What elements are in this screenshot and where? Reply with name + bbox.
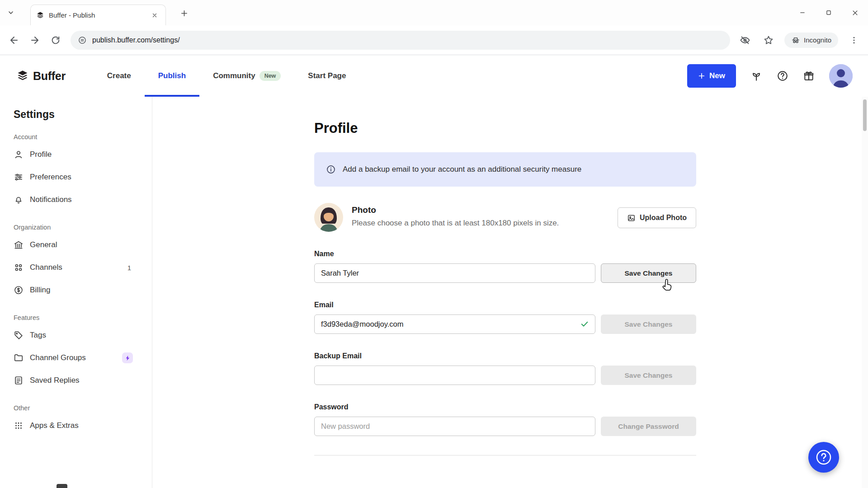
sliders-icon bbox=[14, 172, 24, 182]
site-info-icon[interactable] bbox=[78, 36, 87, 45]
tab-close-button[interactable] bbox=[149, 10, 160, 21]
page-scrollbar[interactable] bbox=[862, 97, 868, 488]
buffer-logo-icon bbox=[16, 70, 29, 82]
sidebar-item-saved-replies[interactable]: Saved Replies bbox=[14, 369, 141, 392]
main-nav: Create Publish Community New Start Page bbox=[94, 55, 360, 97]
question-icon bbox=[815, 448, 833, 466]
sidebar-item-notifications[interactable]: Notifications bbox=[14, 188, 141, 211]
address-bar[interactable]: publish.buffer.com/settings/ bbox=[71, 31, 730, 50]
help-fab-button[interactable] bbox=[808, 442, 839, 473]
sidebar-item-profile[interactable]: Profile bbox=[14, 143, 141, 166]
email-field-row: Save Changes bbox=[314, 314, 696, 334]
backup-email-input[interactable] bbox=[314, 366, 595, 385]
bolt-badge bbox=[122, 352, 133, 363]
section-label-account: Account bbox=[14, 133, 141, 141]
new-post-button[interactable]: New bbox=[687, 64, 736, 88]
url-text: publish.buffer.com/settings/ bbox=[92, 36, 180, 44]
upload-photo-button-label: Upload Photo bbox=[640, 214, 687, 222]
sidebar-item-label: Preferences bbox=[30, 173, 71, 182]
sidebar-item-label: Billing bbox=[30, 286, 50, 295]
sidebar-item-label: General bbox=[30, 240, 57, 249]
page-title: Profile bbox=[314, 120, 696, 136]
tag-icon bbox=[14, 330, 24, 340]
gift-icon[interactable] bbox=[803, 70, 815, 82]
sidebar-item-label: Apps & Extras bbox=[30, 421, 79, 430]
section-label-organization: Organization bbox=[14, 224, 141, 231]
growth-plant-icon[interactable] bbox=[750, 70, 762, 82]
save-backup-email-button[interactable]: Save Changes bbox=[601, 366, 696, 385]
backup-email-banner: Add a backup email to your account as an… bbox=[314, 152, 696, 187]
sidebar-item-label: Profile bbox=[30, 150, 52, 159]
window-maximize-button[interactable] bbox=[816, 0, 842, 25]
photo-section: Photo Please choose a photo that is at l… bbox=[314, 203, 696, 232]
browser-toolbar: publish.buffer.com/settings/ Incognito bbox=[0, 25, 868, 55]
folder-icon bbox=[14, 353, 24, 363]
chevron-down-icon bbox=[7, 9, 14, 16]
back-button[interactable] bbox=[5, 31, 24, 50]
incognito-badge: Incognito bbox=[784, 33, 838, 48]
header-actions: New bbox=[687, 64, 853, 88]
sidebar-cutoff-item bbox=[57, 484, 67, 488]
help-icon[interactable] bbox=[777, 70, 788, 82]
toolbar-actions bbox=[736, 31, 778, 50]
reload-button[interactable] bbox=[46, 31, 65, 50]
email-input[interactable] bbox=[314, 314, 595, 334]
bookmark-star-icon[interactable] bbox=[759, 31, 778, 50]
save-name-button[interactable]: Save Changes bbox=[601, 263, 696, 283]
sidebar-item-label: Saved Replies bbox=[30, 376, 80, 385]
nav-tab-community-label: Community bbox=[213, 71, 255, 80]
new-post-button-label: New bbox=[709, 71, 725, 80]
name-label: Name bbox=[314, 250, 696, 258]
photo-description: Please choose a photo that is at least 1… bbox=[352, 219, 559, 228]
browser-menu-button[interactable] bbox=[844, 31, 863, 50]
tab-title: Buffer - Publish bbox=[49, 11, 145, 19]
plus-icon bbox=[698, 72, 705, 80]
buffer-logo[interactable]: Buffer bbox=[16, 70, 66, 83]
check-icon bbox=[580, 319, 589, 328]
eye-off-icon[interactable] bbox=[736, 31, 755, 50]
scrollbar-thumb[interactable] bbox=[863, 99, 867, 131]
banner-text: Add a backup email to your account as an… bbox=[343, 165, 581, 174]
grid-icon bbox=[14, 263, 24, 272]
info-icon bbox=[326, 164, 336, 174]
password-input[interactable] bbox=[314, 417, 595, 436]
tab-search-button[interactable] bbox=[5, 6, 17, 19]
sidebar-item-label: Channel Groups bbox=[30, 353, 86, 362]
nav-tab-create[interactable]: Create bbox=[94, 55, 145, 97]
building-icon bbox=[14, 240, 24, 250]
sidebar-item-tags[interactable]: Tags bbox=[14, 324, 141, 347]
close-icon bbox=[152, 13, 157, 18]
sidebar-item-channels[interactable]: Channels 1 bbox=[14, 256, 141, 279]
tab-strip: Buffer - Publish bbox=[0, 0, 868, 25]
window-minimize-button[interactable] bbox=[789, 0, 816, 25]
window-controls bbox=[789, 0, 868, 25]
sidebar-item-general[interactable]: General bbox=[14, 234, 141, 256]
name-input[interactable] bbox=[314, 263, 595, 283]
sidebar-item-label: Tags bbox=[30, 331, 46, 340]
nav-tab-publish[interactable]: Publish bbox=[145, 55, 199, 97]
save-email-button[interactable]: Save Changes bbox=[601, 314, 696, 334]
name-field-row: Save Changes bbox=[314, 263, 696, 283]
user-icon bbox=[14, 150, 24, 160]
change-password-button[interactable]: Change Password bbox=[601, 417, 696, 436]
browser-tab[interactable]: Buffer - Publish bbox=[30, 5, 166, 25]
new-tab-button[interactable] bbox=[177, 6, 191, 20]
forward-button[interactable] bbox=[25, 31, 44, 50]
sidebar-item-apps-extras[interactable]: Apps & Extras bbox=[14, 414, 141, 437]
password-label: Password bbox=[314, 403, 696, 411]
sidebar-title: Settings bbox=[14, 108, 141, 121]
apps-grid-icon bbox=[14, 421, 24, 431]
nav-tab-start-page[interactable]: Start Page bbox=[294, 55, 359, 97]
window-close-button[interactable] bbox=[842, 0, 868, 25]
user-avatar[interactable] bbox=[829, 64, 853, 88]
upload-photo-button[interactable]: Upload Photo bbox=[618, 207, 696, 228]
section-divider bbox=[314, 455, 696, 455]
nav-tab-start-page-label: Start Page bbox=[308, 71, 346, 80]
sidebar-item-billing[interactable]: Billing bbox=[14, 279, 141, 301]
browser-chrome: Buffer - Publish bbox=[0, 0, 868, 55]
sidebar-item-channel-groups[interactable]: Channel Groups bbox=[14, 347, 141, 369]
brand-name: Buffer bbox=[33, 70, 66, 83]
nav-tab-community[interactable]: Community New bbox=[199, 55, 294, 97]
backup-email-label: Backup Email bbox=[314, 352, 696, 360]
sidebar-item-preferences[interactable]: Preferences bbox=[14, 166, 141, 188]
